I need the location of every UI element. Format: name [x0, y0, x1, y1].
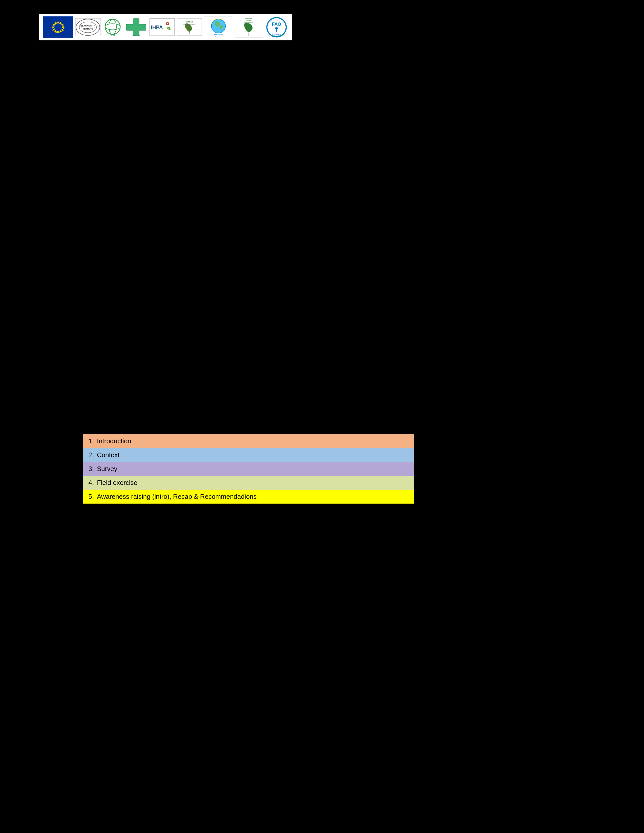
agenda-item-5: 5. Awareness raising (intro), Recap & Re… [83, 490, 414, 503]
svg-text:PESTICIDE: PESTICIDE [245, 18, 253, 19]
svg-rect-23 [127, 24, 146, 30]
rotterdam-convention-logo: ★ ★ ★ Rotterdam Convention [204, 16, 233, 38]
svg-text:NETWORK UK: NETWORK UK [244, 21, 253, 23]
svg-marker-3 [62, 26, 65, 29]
agenda-section: 1. Introduction 2. Context 3. Survey 4. … [83, 434, 414, 503]
agenda-number-2: 2. [89, 451, 94, 459]
svg-marker-6 [56, 31, 60, 34]
svg-text:CROSS: CROSS [133, 37, 140, 37]
svg-point-17 [109, 19, 116, 34]
svg-marker-9 [51, 26, 55, 29]
gef-logo: gef [103, 16, 123, 38]
agenda-number-4: 4. [89, 479, 94, 487]
svg-text:IHPA: IHPA [151, 24, 163, 30]
agenda-text-5: Awareness raising (intro), Recap & Recom… [97, 493, 257, 500]
agenda-text-4: Field exercise [97, 479, 137, 487]
pan-uk-logo: PESTICIDE ACTION NETWORK UK [235, 16, 263, 38]
svg-point-16 [105, 19, 120, 34]
svg-text:BLACKSMITH: BLACKSMITH [80, 24, 95, 27]
svg-text:INTERNAZIONALE: INTERNAZIONALE [183, 23, 195, 25]
agenda-item-4: 4. Field exercise [83, 476, 414, 490]
svg-text:ACTION: ACTION [246, 20, 251, 21]
agenda-text-2: Context [97, 451, 120, 459]
konrad-logo: KONRAD INTERNAZIONALE [177, 16, 202, 38]
svg-point-12 [76, 19, 100, 35]
svg-point-13 [79, 22, 97, 32]
svg-text:★ ★ ★: ★ ★ ★ [214, 18, 223, 21]
agenda-number-5: 5. [89, 493, 94, 500]
agenda-number-1: 1. [89, 437, 94, 445]
agenda-number-3: 3. [89, 465, 94, 473]
blacksmith-logo: BLACKSMITH INSTITUTE [75, 16, 100, 38]
svg-text:Rotterdam: Rotterdam [214, 34, 223, 35]
svg-text:FIAT PANIS: FIAT PANIS [272, 34, 281, 36]
green-cross-logo: GREEN CROSS [125, 16, 148, 38]
svg-text:Convention: Convention [215, 36, 222, 38]
ihpa-logo: IHPA ✿ 🌿 [150, 16, 175, 38]
agenda-item-1: 1. Introduction [83, 434, 414, 448]
agenda-text-1: Introduction [97, 437, 131, 445]
svg-text:✿: ✿ [166, 21, 169, 26]
svg-text:KONRAD: KONRAD [186, 21, 193, 23]
svg-text:gef: gef [110, 33, 115, 36]
eu-logo [43, 16, 73, 38]
svg-point-18 [105, 24, 120, 30]
agenda-text-3: Survey [97, 465, 118, 473]
header-logos-bar: BLACKSMITH INSTITUTE gef GREEN CROSS [39, 14, 292, 40]
fao-logo: FAO FIAT PANIS [265, 16, 288, 38]
svg-marker-0 [56, 21, 60, 24]
svg-text:FAO: FAO [272, 22, 281, 27]
svg-text:🌿: 🌿 [167, 26, 171, 31]
agenda-item-3: 3. Survey [83, 462, 414, 476]
svg-text:INSTITUTE: INSTITUTE [83, 27, 93, 30]
svg-text:GREEN: GREEN [133, 35, 140, 37]
agenda-item-2: 2. Context [83, 448, 414, 462]
